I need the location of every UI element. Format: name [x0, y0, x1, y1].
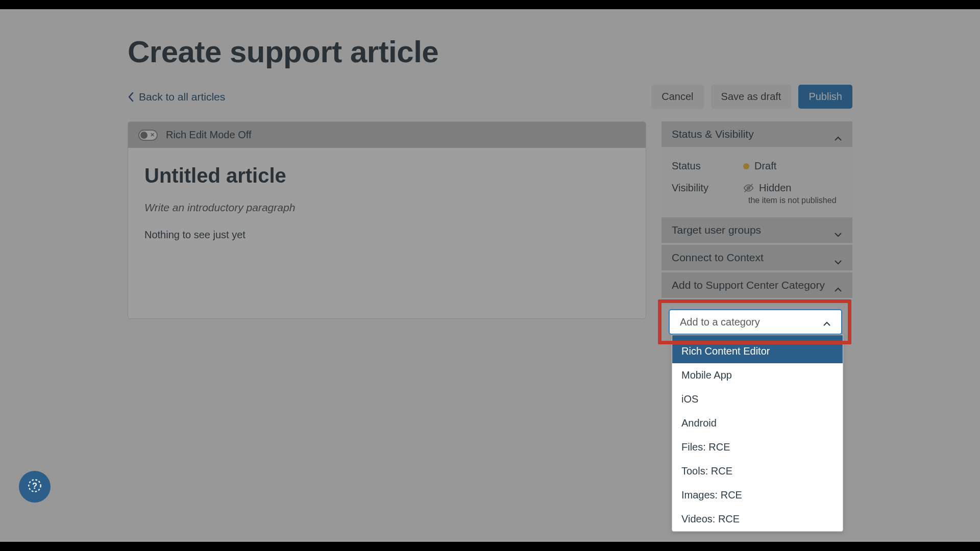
svg-text:?: ?: [32, 481, 37, 490]
article-body-input[interactable]: Nothing to see just yet: [144, 229, 629, 241]
status-visibility-header[interactable]: Status & Visibility: [662, 121, 852, 147]
hidden-icon: [743, 183, 754, 193]
main-columns: ✕ Rich Edit Mode Off Untitled article Wr…: [128, 121, 852, 319]
rich-edit-label: Rich Edit Mode Off: [166, 129, 251, 141]
help-icon: ?: [28, 479, 42, 495]
intro-paragraph-input[interactable]: Write an introductory paragraph: [144, 202, 629, 214]
status-row: Status Draft: [672, 155, 842, 177]
chevron-left-icon: [128, 92, 134, 102]
visibility-value-text: Hidden: [759, 182, 791, 194]
app-frame: Create support article Back to all artic…: [0, 9, 980, 542]
target-user-groups-label: Target user groups: [672, 224, 761, 236]
letterbox-top: [0, 0, 980, 9]
status-visibility-panel: Status & Visibility Status Draft: [662, 121, 852, 215]
back-to-articles-link[interactable]: Back to all articles: [128, 91, 225, 103]
chevron-down-icon: [834, 228, 842, 233]
status-visibility-body: Status Draft Visibility: [662, 147, 852, 215]
category-option[interactable]: Files: RCE: [672, 435, 843, 459]
chevron-up-icon: [834, 132, 842, 137]
rich-edit-toggle[interactable]: ✕: [138, 130, 158, 141]
chevron-up-icon: [823, 319, 831, 324]
category-select[interactable]: Add to a category: [669, 309, 842, 335]
sidebar: Status & Visibility Status Draft: [662, 121, 852, 298]
back-link-label: Back to all articles: [139, 91, 225, 103]
status-dot-icon: [743, 163, 749, 169]
save-draft-button[interactable]: Save as draft: [711, 85, 792, 109]
chevron-up-icon: [834, 283, 842, 288]
category-option[interactable]: Tools: RCE: [672, 459, 843, 483]
status-label: Status: [672, 160, 743, 172]
connect-to-context-panel[interactable]: Connect to Context: [662, 245, 852, 270]
visibility-label: Visibility: [672, 182, 743, 194]
letterbox-bottom: [0, 542, 980, 551]
content-wrapper: Create support article Back to all artic…: [128, 34, 852, 319]
add-to-category-header[interactable]: Add to Support Center Category: [662, 272, 852, 298]
editor-toolbar: ✕ Rich Edit Mode Off: [128, 122, 646, 148]
connect-to-context-label: Connect to Context: [672, 252, 764, 264]
add-to-category-label: Add to Support Center Category: [672, 279, 825, 291]
target-user-groups-panel[interactable]: Target user groups: [662, 217, 852, 243]
status-value: Draft: [743, 160, 842, 172]
status-value-text: Draft: [754, 160, 776, 172]
chevron-down-icon: [834, 255, 842, 260]
category-select-placeholder: Add to a category: [680, 316, 760, 328]
category-option[interactable]: Mobile App: [672, 363, 843, 387]
category-option[interactable]: Rich Content Editor: [672, 335, 843, 363]
category-option[interactable]: Videos: RCE: [672, 507, 843, 531]
category-option[interactable]: iOS: [672, 387, 843, 411]
help-fab-button[interactable]: ?: [19, 471, 51, 503]
editor-column: ✕ Rich Edit Mode Off Untitled article Wr…: [128, 121, 646, 319]
page-title: Create support article: [128, 34, 852, 69]
category-option[interactable]: Images: RCE: [672, 483, 843, 507]
category-dropdown: Rich Content Editor Mobile App iOS Andro…: [672, 335, 843, 532]
toggle-x-icon: ✕: [150, 132, 155, 138]
visibility-note: the item is not published: [748, 196, 842, 205]
cancel-button[interactable]: Cancel: [651, 85, 703, 109]
editor-body: Untitled article Write an introductory p…: [128, 148, 646, 318]
status-visibility-header-label: Status & Visibility: [672, 128, 754, 140]
article-title-input[interactable]: Untitled article: [144, 164, 629, 187]
action-buttons: Cancel Save as draft Publish: [651, 85, 852, 109]
top-bar: Back to all articles Cancel Save as draf…: [128, 85, 852, 109]
category-option[interactable]: Android: [672, 411, 843, 435]
publish-button[interactable]: Publish: [798, 85, 852, 109]
visibility-value: Hidden: [743, 182, 842, 194]
toggle-knob: [140, 132, 148, 139]
